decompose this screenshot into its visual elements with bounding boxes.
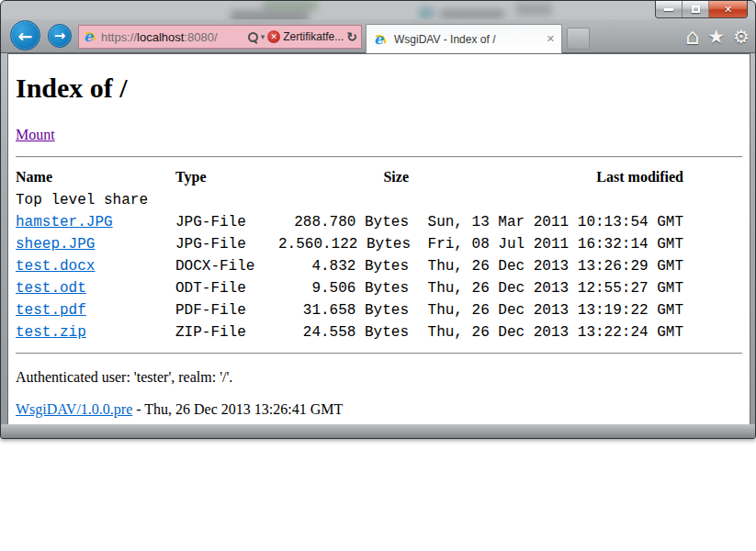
divider	[16, 353, 742, 354]
table-header-row: Name Type Size Last modified	[16, 165, 683, 189]
url-host: localhost	[137, 30, 184, 44]
chevron-down-icon[interactable]: ▾	[261, 32, 265, 41]
file-size: 24.558 Bytes	[278, 321, 423, 343]
refresh-icon[interactable]: ↻	[346, 29, 357, 44]
forward-arrow-icon: →	[54, 28, 66, 44]
mount-link[interactable]: Mount	[16, 127, 55, 143]
file-link[interactable]: sheep.JPG	[16, 236, 95, 253]
file-link[interactable]: test.zip	[16, 324, 86, 341]
file-type: DOCX-File	[175, 255, 278, 277]
certificate-error-icon: ✕	[267, 30, 280, 43]
file-table-body: Top level share hamster.JPG JPG-File 288…	[16, 189, 683, 343]
file-modified: Thu, 26 Dec 2013 13:19:22 GMT	[423, 299, 683, 321]
gear-icon[interactable]: ⚙	[733, 28, 750, 46]
url-scheme: https://	[101, 30, 137, 44]
close-icon: ✕	[724, 5, 732, 15]
file-type: JPG-File	[175, 233, 278, 255]
back-button[interactable]: ←	[10, 20, 40, 51]
authenticated-user-line: Authenticated user: 'tester', realm: '/'…	[16, 369, 742, 386]
page-viewport: Index of / Mount Name Type Size Last mod…	[7, 53, 750, 426]
file-size: 31.658 Bytes	[278, 299, 423, 321]
column-header-last-modified: Last modified	[423, 165, 683, 189]
file-link[interactable]: test.pdf	[16, 302, 86, 319]
column-header-type: Type	[175, 165, 278, 189]
certificate-error-button[interactable]: Zertifikatfe...	[283, 30, 344, 43]
tab-wsgidav[interactable]: e WsgiDAV - Index of / ✕	[366, 24, 562, 53]
page-title: Index of /	[16, 73, 742, 104]
table-row: test.odt ODT-File 9.506 Bytes Thu, 26 De…	[16, 277, 683, 299]
search-icon[interactable]	[247, 31, 258, 43]
footer-timestamp: - Thu, 26 Dec 2013 13:26:41 GMT	[132, 401, 343, 417]
file-modified: Fri, 08 Jul 2011 16:32:14 GMT	[423, 233, 683, 255]
file-size: 9.506 Bytes	[278, 277, 423, 299]
ie-logo-icon: e	[83, 29, 98, 44]
restore-button[interactable]	[683, 1, 709, 17]
share-note: Top level share	[16, 189, 683, 211]
tab-close-icon[interactable]: ✕	[547, 33, 555, 45]
glass-blur-blob	[419, 7, 434, 19]
file-size: 2.560.122 Bytes	[278, 233, 423, 255]
divider	[16, 156, 742, 158]
file-modified: Thu, 26 Dec 2013 13:26:29 GMT	[423, 255, 683, 277]
file-size: 4.832 Bytes	[278, 255, 423, 277]
file-type: ZIP-File	[175, 321, 278, 343]
favorites-star-icon[interactable]: ★	[707, 28, 725, 47]
glass-blur-blob	[263, 1, 318, 10]
tab-title: WsgiDAV - Index of /	[394, 33, 541, 46]
share-note-row: Top level share	[16, 189, 683, 211]
table-row: test.docx DOCX-File 4.832 Bytes Thu, 26 …	[16, 255, 683, 277]
minimize-icon	[664, 8, 673, 11]
browser-window: ✕ ← → e https://localhost:8080/ ▾ ✕ Zert…	[0, 0, 756, 439]
url-port-path: :8080/	[184, 30, 217, 44]
ie-logo-icon: e	[373, 32, 389, 47]
server-footer: WsgiDAV/1.0.0.pre - Thu, 26 Dec 2013 13:…	[16, 401, 742, 418]
home-icon[interactable]: ⌂	[685, 26, 699, 48]
browser-toolbar: ⌂ ★ ⚙	[685, 26, 750, 48]
column-header-size: Size	[278, 165, 423, 189]
table-row: test.zip ZIP-File 24.558 Bytes Thu, 26 D…	[16, 321, 683, 343]
glass-blur-blob	[440, 9, 504, 19]
file-modified: Sun, 13 Mar 2011 10:13:54 GMT	[423, 211, 683, 233]
address-bar[interactable]: e https://localhost:8080/ ▾ ✕ Zertifikat…	[78, 25, 362, 49]
file-type: PDF-File	[175, 299, 278, 321]
table-row: hamster.JPG JPG-File 288.780 Bytes Sun, …	[16, 211, 683, 233]
back-arrow-icon: ←	[18, 26, 33, 46]
restore-icon	[692, 6, 700, 13]
file-type: ODT-File	[175, 277, 278, 299]
window-controls: ✕	[655, 1, 748, 18]
url-text[interactable]: https://localhost:8080/	[101, 30, 244, 44]
wsgidav-version-link[interactable]: WsgiDAV/1.0.0.pre	[16, 401, 132, 417]
file-table: Name Type Size Last modified Top level s…	[16, 165, 683, 343]
forward-button[interactable]: →	[48, 24, 72, 48]
minimize-button[interactable]	[656, 1, 683, 17]
window-bottom-frame	[1, 424, 755, 438]
glass-blur-blob	[515, 3, 552, 16]
table-row: test.pdf PDF-File 31.658 Bytes Thu, 26 D…	[16, 299, 683, 321]
table-row: sheep.JPG JPG-File 2.560.122 Bytes Fri, …	[16, 233, 683, 255]
file-modified: Thu, 26 Dec 2013 13:22:24 GMT	[423, 321, 683, 343]
directory-index-page: Index of / Mount Name Type Size Last mod…	[8, 73, 750, 418]
file-link[interactable]: test.docx	[16, 258, 95, 275]
file-link[interactable]: test.odt	[16, 280, 86, 297]
file-size: 288.780 Bytes	[278, 211, 423, 233]
file-type: JPG-File	[175, 211, 278, 233]
file-modified: Thu, 26 Dec 2013 12:55:27 GMT	[423, 277, 683, 299]
close-button[interactable]: ✕	[709, 1, 747, 17]
file-link[interactable]: hamster.JPG	[16, 214, 113, 231]
new-tab-button[interactable]	[567, 28, 590, 50]
column-header-name: Name	[16, 165, 175, 189]
